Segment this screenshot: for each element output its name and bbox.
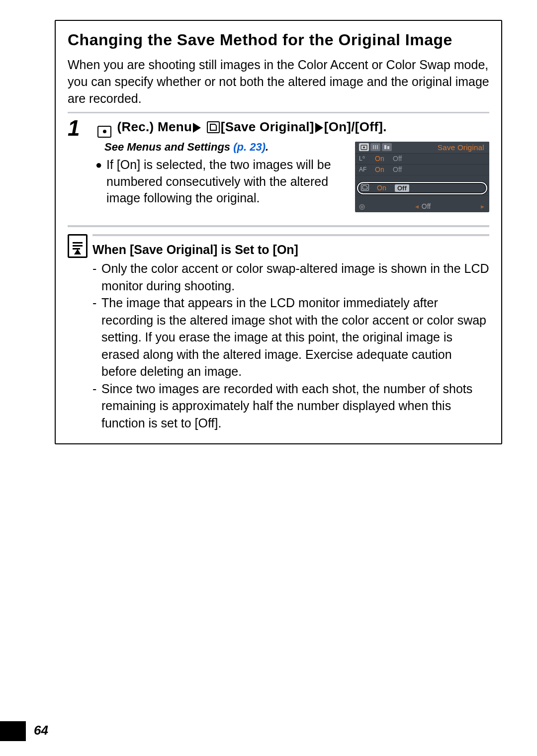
lcd-on-label: On (375, 155, 388, 163)
lcd-on-label: On (377, 184, 390, 192)
save-original-icon (361, 184, 372, 192)
step-bullet: ● If [On] is selected, the two images wi… (95, 157, 349, 207)
section-title: Changing the Save Method for the Origina… (68, 30, 489, 50)
step-number: 1 (68, 113, 95, 139)
svg-rect-3 (387, 146, 389, 149)
note-icon-column (68, 234, 92, 258)
note-list: -Only the color accent or color swap-alt… (92, 260, 489, 431)
page-reference-link[interactable]: (p. 23) (233, 141, 266, 153)
page-number: 64 (34, 723, 48, 738)
lcd-off-label: Off (393, 155, 402, 163)
manual-page: Changing the Save Method for the Origina… (0, 0, 537, 756)
lcd-selected-row: On Off (357, 182, 487, 194)
lcd-tabs (359, 143, 392, 151)
heading-part-save: [Save Original] (221, 119, 314, 134)
lcd-screenshot: Save Original L⁰ On Off AF On Off (355, 142, 489, 212)
right-arrow-icon: ▸ (481, 202, 484, 210)
lcd-menu-row (355, 175, 489, 181)
arrow-icon (315, 123, 323, 133)
lcd-row-icon: AF (359, 166, 370, 173)
save-original-icon (207, 121, 220, 133)
note-title: When [Save Original] is Set to [On] (92, 241, 489, 258)
arrow-icon (193, 123, 201, 133)
lcd-header: Save Original (355, 142, 489, 153)
note-item-text: Since two images are recorded with each … (101, 380, 489, 432)
list-item: -The image that appears in the LCD monit… (92, 294, 489, 380)
content-frame: Changing the Save Method for the Origina… (55, 20, 502, 444)
list-item: -Since two images are recorded with each… (92, 380, 489, 432)
note-icon (68, 234, 88, 258)
lcd-off-label: Off (422, 202, 431, 210)
bullet-icon: ● (95, 157, 106, 172)
lcd-menu-row (355, 195, 489, 201)
lcd-off-label: Off (393, 166, 402, 173)
svg-rect-2 (384, 145, 386, 149)
svg-point-1 (363, 147, 365, 149)
see-ref-suffix: . (266, 141, 268, 153)
step-heading: (Rec.) Menu [Save Original][On]/[Off]. (95, 118, 489, 138)
camera-rec-icon (97, 126, 111, 138)
lcd-menu-title: Save Original (438, 143, 484, 152)
lcd-menu-row: L⁰ On Off (355, 153, 489, 164)
heading-part-rec: (Rec.) Menu (113, 119, 192, 134)
divider (68, 225, 489, 227)
lcd-on-label: On (375, 166, 388, 173)
step-body: (Rec.) Menu [Save Original][On]/[Off]. (95, 113, 489, 216)
step-1: 1 (Rec.) Menu [Save Original][On]/[Off]. (68, 113, 489, 216)
list-item: -Only the color accent or color swap-alt… (92, 260, 489, 294)
bullet-text: If [On] is selected, the two images will… (106, 157, 349, 207)
note-body: When [Save Original] is Set to [On] -Onl… (92, 234, 489, 432)
lcd-footer: ◎ ◂ Off ▸ (355, 201, 489, 212)
note-block: When [Save Original] is Set to [On] -Onl… (68, 234, 489, 432)
note-item-text: The image that appears in the LCD monito… (101, 294, 489, 380)
note-item-text: Only the color accent or color swap-alte… (101, 260, 489, 294)
lcd-screen: Save Original L⁰ On Off AF On Off (355, 142, 489, 212)
lcd-tab-tools-icon (370, 143, 380, 151)
page-number-tab (0, 721, 26, 741)
intro-paragraph: When you are shooting still images in th… (68, 57, 489, 107)
divider (92, 234, 489, 236)
lcd-tab-setup-icon (382, 143, 392, 151)
lcd-tab-rec-icon (359, 143, 369, 151)
heading-part-onoff: [On]/[Off]. (324, 119, 387, 134)
lcd-row-icon: L⁰ (359, 155, 370, 162)
see-ref-text: See Menus and Settings (104, 141, 233, 153)
redeye-icon: ◎ (359, 202, 365, 210)
lcd-menu-row: AF On Off (355, 164, 489, 175)
left-arrow-icon: ◂ (415, 202, 419, 210)
lcd-off-selected: Off (395, 184, 409, 192)
